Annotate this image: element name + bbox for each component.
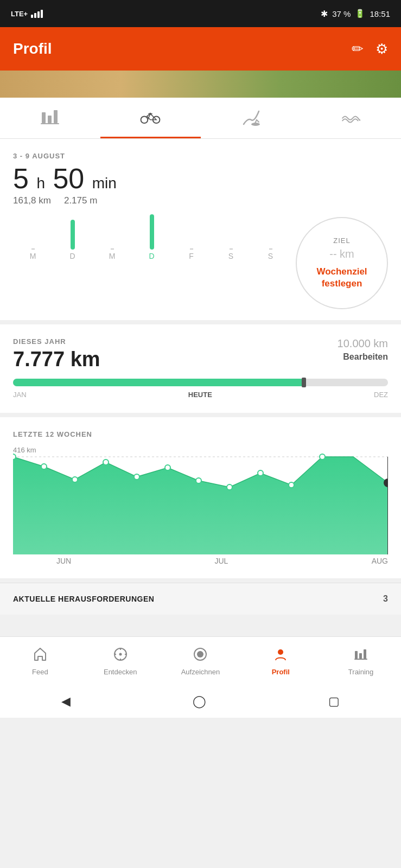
edit-icon[interactable]: ✏ bbox=[352, 41, 364, 58]
recents-button[interactable]: ▢ bbox=[328, 694, 340, 709]
day-col-7: S bbox=[251, 214, 290, 260]
year-right: 10.000 km Bearbeiten bbox=[338, 337, 388, 362]
page-title: Profil bbox=[13, 40, 52, 58]
goal-circle[interactable]: ZIEL -- km Wochenziel festlegen bbox=[296, 217, 388, 309]
bluetooth-icon: ✱ bbox=[321, 9, 328, 19]
svg-rect-1 bbox=[48, 116, 52, 123]
svg-point-18 bbox=[258, 470, 263, 476]
battery-label: 37 % bbox=[332, 9, 351, 18]
bottom-nav: Feed Entdecken Aufzeichnen bbox=[0, 636, 401, 685]
chart-max-label: 416 km bbox=[13, 446, 36, 454]
week-content: M D M D bbox=[13, 217, 388, 309]
challenges-label: AKTUELLE HERAUSFORDERUNGEN bbox=[13, 595, 154, 603]
weekly-section: 3 - 9 AUGUST 5 h 50 min 161,8 km 2.175 m… bbox=[0, 139, 401, 320]
profile-icon bbox=[273, 647, 288, 666]
goal-set-link[interactable]: Wochenziel festlegen bbox=[297, 266, 387, 290]
svg-rect-2 bbox=[54, 110, 58, 123]
svg-point-14 bbox=[134, 474, 139, 480]
training-icon bbox=[353, 647, 368, 666]
header-actions: ✏ ⚙ bbox=[352, 41, 388, 58]
year-section-label: DIESES JAHR bbox=[13, 337, 100, 346]
svg-point-20 bbox=[320, 454, 325, 459]
back-button[interactable]: ◀ bbox=[61, 694, 71, 709]
day-col-5: F bbox=[171, 214, 211, 260]
year-edit-button[interactable]: Bearbeiten bbox=[338, 352, 388, 362]
progress-fill bbox=[13, 379, 304, 386]
progress-end-label: DEZ bbox=[374, 391, 388, 399]
tab-swimming[interactable] bbox=[301, 98, 401, 138]
challenges-section[interactable]: AKTUELLE HERAUSFORDERUNGEN 3 bbox=[0, 583, 401, 615]
year-progress-bar bbox=[13, 379, 388, 386]
week-distance: 161,8 km bbox=[13, 195, 51, 206]
status-bar: LTE+ ✱ 37 % 🔋 18:51 bbox=[0, 0, 401, 27]
week-date-range: 3 - 9 AUGUST bbox=[13, 152, 388, 160]
svg-point-13 bbox=[103, 459, 109, 465]
battery-icon: 🔋 bbox=[355, 9, 365, 18]
year-section: DIESES JAHR 7.777 km 10.000 km Bearbeite… bbox=[0, 324, 401, 413]
challenges-count: 3 bbox=[383, 594, 388, 604]
svg-point-19 bbox=[289, 482, 294, 488]
tab-cycling[interactable] bbox=[100, 98, 201, 138]
goal-value: -- km bbox=[329, 248, 354, 260]
status-right: ✱ 37 % 🔋 18:51 bbox=[321, 9, 390, 19]
svg-rect-34 bbox=[354, 659, 367, 660]
day-col-4: D bbox=[132, 214, 171, 260]
nav-profile-label: Profil bbox=[272, 668, 290, 676]
day-col-6: S bbox=[211, 214, 251, 260]
nav-discover[interactable]: Entdecken bbox=[80, 637, 161, 685]
system-nav: ◀ ◯ ▢ bbox=[0, 685, 401, 718]
weeks12-section: LETZTE 12 WOCHEN 416 km bbox=[0, 417, 401, 578]
minutes-value: 50 bbox=[53, 163, 84, 194]
home-button[interactable]: ◯ bbox=[193, 694, 206, 709]
year-current-value: 7.777 km bbox=[13, 348, 100, 371]
days-bar: M D M D bbox=[13, 217, 290, 260]
nav-profile[interactable]: Profil bbox=[240, 637, 321, 685]
activity-tabs bbox=[0, 98, 401, 139]
month-aug: AUG bbox=[372, 557, 388, 565]
svg-rect-32 bbox=[359, 653, 362, 659]
nav-training[interactable]: Training bbox=[321, 637, 401, 685]
week-chart: M D M D bbox=[13, 217, 290, 265]
nav-discover-label: Entdecken bbox=[104, 668, 137, 676]
day-col-3: M bbox=[92, 214, 132, 260]
week-duration: 5 h 50 min bbox=[13, 163, 388, 194]
year-header: DIESES JAHR 7.777 km 10.000 km Bearbeite… bbox=[13, 337, 388, 371]
app-header: Profil ✏ ⚙ bbox=[0, 27, 401, 71]
svg-point-4 bbox=[141, 116, 148, 123]
nav-training-label: Training bbox=[348, 668, 373, 676]
month-jul: JUL bbox=[214, 557, 228, 565]
nav-feed[interactable]: Feed bbox=[0, 637, 80, 685]
svg-point-23 bbox=[119, 653, 122, 655]
svg-point-17 bbox=[227, 484, 232, 490]
tab-stats[interactable] bbox=[0, 98, 100, 138]
svg-point-16 bbox=[196, 478, 201, 483]
nav-record[interactable]: Aufzeichnen bbox=[161, 637, 241, 685]
minutes-unit: min bbox=[92, 175, 117, 192]
svg-point-10 bbox=[13, 454, 16, 459]
hours-unit: h bbox=[36, 175, 45, 192]
week-elevation: 2.175 m bbox=[64, 195, 97, 206]
svg-rect-31 bbox=[355, 651, 358, 659]
chart-months: JUN JUL AUG bbox=[13, 557, 388, 573]
svg-point-29 bbox=[197, 651, 203, 658]
svg-rect-3 bbox=[41, 123, 59, 124]
goal-label: ZIEL bbox=[333, 237, 350, 245]
feed-icon bbox=[33, 647, 48, 666]
settings-icon[interactable]: ⚙ bbox=[375, 41, 388, 58]
year-left: DIESES JAHR 7.777 km bbox=[13, 337, 100, 371]
tab-running[interactable] bbox=[201, 98, 301, 138]
week-stats: 161,8 km 2.175 m bbox=[13, 195, 388, 206]
weeks12-label: LETZTE 12 WOCHEN bbox=[13, 430, 388, 438]
day-col-1: M bbox=[13, 214, 53, 260]
time-label: 18:51 bbox=[370, 9, 390, 18]
svg-point-7 bbox=[251, 123, 260, 126]
progress-labels: JAN HEUTE DEZ bbox=[13, 391, 388, 399]
network-label: LTE+ bbox=[11, 10, 28, 18]
progress-start-label: JAN bbox=[13, 391, 27, 399]
day-col-2: D bbox=[53, 214, 92, 260]
svg-rect-33 bbox=[364, 649, 366, 659]
weeks12-chart: 416 km bbox=[13, 446, 388, 554]
signal-bars bbox=[31, 10, 43, 18]
svg-point-30 bbox=[278, 649, 283, 655]
nav-feed-label: Feed bbox=[32, 668, 48, 676]
